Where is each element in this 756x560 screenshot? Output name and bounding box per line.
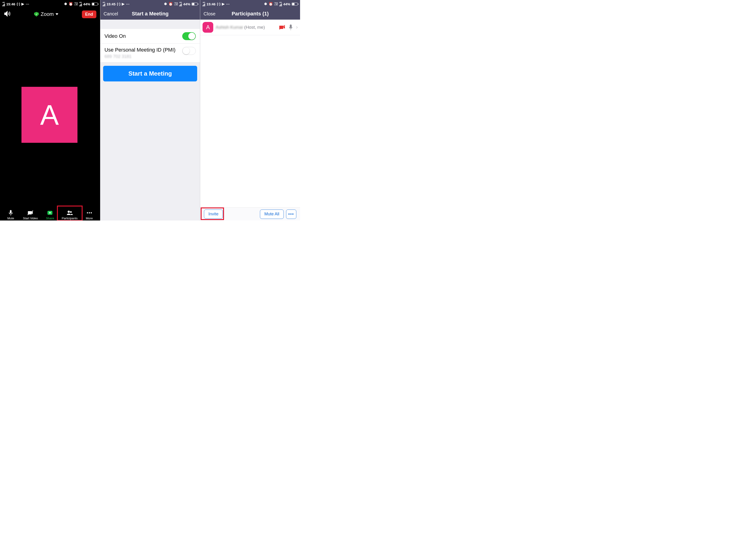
meeting-title-text: Zoom (41, 11, 54, 17)
video-on-row: Video On (100, 29, 200, 44)
svg-point-2 (68, 211, 70, 213)
shield-icon (34, 12, 39, 17)
network2-icon: 4G (79, 2, 82, 6)
hotspot-icon: (⋅) (217, 2, 220, 6)
pmi-row: Use Personal Meeting ID (PMI) 689 702 31… (100, 44, 200, 62)
network-4g-icon: 4G (103, 2, 105, 6)
invite-button[interactable]: Invite (204, 209, 223, 219)
battery-text: 44% (83, 2, 90, 6)
close-button[interactable]: Close (203, 11, 215, 17)
more-icon: ⋯ (126, 2, 130, 6)
more-options-button[interactable]: ••• (286, 209, 296, 219)
more-horizontal-icon (86, 209, 93, 216)
microphone-icon (7, 209, 14, 216)
cancel-button[interactable]: Cancel (104, 11, 118, 17)
microphone-icon (289, 24, 293, 30)
share-icon (47, 209, 53, 216)
battery-icon (192, 3, 198, 6)
battery-icon (92, 3, 98, 6)
bluetooth-icon: ✱ (164, 2, 167, 6)
pmi-label: Use Personal Meeting ID (PMI) (104, 47, 176, 53)
participant-avatar-large: A (21, 87, 78, 143)
bluetooth-icon: ✱ (264, 2, 267, 6)
chevron-right-icon: › (296, 24, 298, 30)
hotspot-icon: (⋅) (17, 2, 20, 6)
status-bar: 4G 15:46 (⋅) ▶ ⋯ ✱ ⏰ Vo))LTE 4G 44% (0, 0, 100, 8)
phone-start-meeting-screen: 4G 15:45 (⋅) ▶ ⋯ ✱ ⏰ Vo))LTE 4G 44% Canc… (100, 0, 200, 220)
mute-button[interactable]: Mute (2, 209, 20, 220)
video-on-toggle[interactable] (182, 32, 196, 40)
more-button[interactable]: More (80, 209, 98, 220)
youtube-icon: ▶ (122, 2, 125, 6)
phone-participants-screen: 4G 15:46 (⋅) ▶ ⋯ ✱ ⏰ Vo))LTE 4G 44% Clos… (200, 0, 300, 220)
battery-text: 44% (283, 2, 290, 6)
speaker-icon[interactable] (4, 10, 11, 18)
meeting-title-button[interactable]: Zoom (34, 11, 58, 17)
svg-point-6 (91, 212, 92, 213)
alarm-icon: ⏰ (68, 2, 73, 6)
meeting-header: Zoom End (0, 8, 100, 21)
status-time: 15:46 (206, 2, 215, 6)
share-button[interactable]: Share (41, 209, 59, 220)
status-bar: 4G 15:45 (⋅) ▶ ⋯ ✱ ⏰ Vo))LTE 4G 44% (100, 0, 200, 8)
status-bar: 4G 15:46 (⋅) ▶ ⋯ ✱ ⏰ Vo))LTE 4G 44% (200, 0, 300, 8)
pmi-toggle[interactable] (182, 47, 196, 55)
volte-icon: Vo))LTE (174, 2, 178, 6)
youtube-icon: ▶ (222, 2, 225, 6)
more-icon: ⋯ (226, 2, 230, 6)
battery-icon (292, 3, 298, 6)
network2-icon: 4G (279, 2, 282, 6)
spacer (100, 20, 200, 29)
more-icon: ⋯ (26, 2, 29, 6)
navbar: Close Participants (1) (200, 8, 300, 20)
battery-text: 44% (183, 2, 190, 6)
status-time: 15:46 (6, 2, 15, 6)
participants-button[interactable]: Participants (61, 209, 78, 220)
end-button[interactable]: End (82, 11, 96, 18)
alarm-icon: ⏰ (168, 2, 173, 6)
network2-icon: 4G (179, 2, 182, 6)
network-4g-icon: 4G (2, 2, 5, 6)
start-meeting-button[interactable]: Start a Meeting (103, 66, 197, 81)
youtube-icon: ▶ (21, 2, 24, 6)
video-off-icon (279, 25, 285, 29)
svg-point-3 (70, 211, 72, 213)
volte-icon: Vo))LTE (75, 2, 78, 6)
participants-icon (66, 209, 73, 216)
navbar-title: Start a Meeting (132, 11, 169, 17)
status-time: 15:45 (107, 2, 116, 6)
mute-all-button[interactable]: Mute All (260, 209, 284, 219)
avatar: A (202, 22, 213, 33)
pmi-value: 689 702 3181 (104, 54, 176, 59)
hotspot-icon: (⋅) (117, 2, 120, 6)
participant-row[interactable]: A Ashish Kumar (Host, me) › (200, 20, 300, 35)
navbar: Cancel Start a Meeting (100, 8, 200, 20)
participant-name: Ashish Kumar (Host, me) (216, 25, 265, 30)
svg-point-4 (87, 212, 88, 213)
video-off-icon (27, 209, 34, 216)
alarm-icon: ⏰ (268, 2, 273, 6)
volte-icon: Vo))LTE (274, 2, 278, 6)
navbar-title: Participants (1) (232, 11, 269, 17)
chevron-down-icon (56, 13, 58, 15)
network-4g-icon: 4G (202, 2, 205, 6)
participants-footer: Invite Mute All ••• (200, 207, 300, 220)
svg-point-5 (89, 212, 90, 213)
meeting-toolbar: Mute Start Video Share Participants More (0, 208, 100, 220)
avatar-letter: A (40, 99, 59, 131)
video-on-label: Video On (104, 33, 126, 39)
bluetooth-icon: ✱ (64, 2, 67, 6)
phone-meeting-screen: 4G 15:46 (⋅) ▶ ⋯ ✱ ⏰ Vo))LTE 4G 44% Zoom… (0, 0, 100, 220)
start-video-button[interactable]: Start Video (21, 209, 39, 220)
